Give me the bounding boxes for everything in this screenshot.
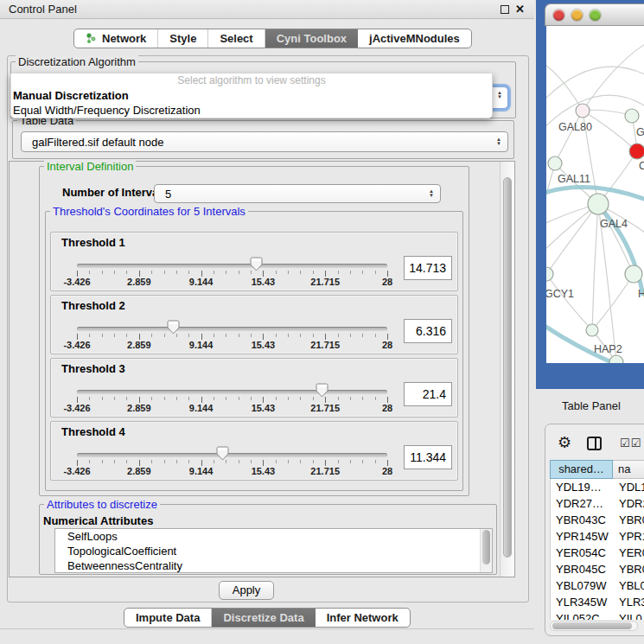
zoom-traffic-light[interactable] (590, 10, 601, 21)
cell-name: YBL0 (614, 577, 644, 594)
slider-tick (350, 334, 351, 337)
tab-infer-network[interactable]: Infer Network (316, 609, 410, 627)
close-traffic-light[interactable] (553, 10, 564, 21)
table-row[interactable]: YLR345WYLR3 (551, 594, 644, 610)
network-edge[interactable] (555, 111, 583, 163)
cell-shared-name: YBR045C (551, 561, 614, 577)
checkbox-icons[interactable]: ☑☑ (620, 437, 641, 450)
slider-tick-label: 9.144 (175, 340, 227, 350)
slider-track[interactable] (77, 453, 387, 457)
float-window-icon[interactable] (501, 5, 509, 14)
minimize-traffic-light[interactable] (571, 10, 583, 21)
cell-shared-name: YBR043C (551, 512, 614, 528)
column-view-icon[interactable] (587, 437, 602, 450)
network-node[interactable] (548, 156, 562, 170)
thresholds-title: Threshold's Coordinates for 5 Intervals (50, 205, 248, 218)
panel-title: Control Panel (9, 0, 77, 18)
threshold-panel: Threshold 1-3.4262.8599.14415.4321.71528… (50, 232, 458, 291)
table-row[interactable]: YER054CYER0 (551, 545, 644, 561)
slider-thumb[interactable] (167, 320, 180, 335)
number-of-intervals-combobox[interactable]: 5 ▲ ▼ (154, 184, 441, 203)
network-node[interactable] (625, 265, 642, 283)
column-header-shared-name[interactable]: shared… (550, 460, 613, 479)
slider-tick (300, 271, 301, 274)
table-row[interactable]: YBR045CYBR0 (551, 561, 644, 577)
threshold-value-field[interactable]: 14.713 (404, 256, 452, 280)
slider-tick-label: 9.144 (175, 466, 227, 476)
tab-impute-data[interactable]: Impute Data (124, 609, 212, 627)
network-node[interactable] (629, 143, 644, 159)
network-node[interactable] (588, 194, 609, 214)
tab-cyni-toolbox[interactable]: Cyni Toolbox (265, 29, 358, 48)
cell-name: YDR2 (614, 495, 644, 512)
slider-tick (362, 271, 363, 274)
network-node[interactable] (609, 355, 623, 363)
slider-tick (114, 334, 115, 337)
table-row[interactable]: YBR043CYBR0 (551, 512, 644, 528)
network-node[interactable] (625, 109, 639, 123)
apply-button[interactable]: Apply (219, 581, 274, 600)
slider-tick (338, 271, 339, 274)
slider-tick (263, 460, 264, 466)
threshold-panel: Threshold 3-3.4262.8599.14415.4321.71528… (50, 358, 458, 418)
attribute-list-item[interactable]: BetweennessCentrality (55, 558, 492, 573)
tab-style[interactable]: Style (158, 29, 208, 48)
network-node-label: HAP2 (594, 343, 622, 355)
network-edge[interactable] (546, 274, 592, 330)
slider-tick (325, 460, 326, 466)
network-node[interactable] (586, 324, 598, 336)
slider-tick (164, 397, 165, 400)
tab-jactivemnodules[interactable]: jActiveMNodules (358, 29, 471, 48)
slider-thumb[interactable] (316, 383, 328, 398)
main-scrollbar[interactable] (500, 162, 514, 577)
threshold-value-field[interactable]: 21.4 (404, 382, 452, 406)
attribute-list-item[interactable]: TopologicalCoefficient (55, 544, 492, 558)
slider-tick (226, 271, 226, 274)
cell-name: YDL1 (614, 479, 644, 495)
table-hscrollbar[interactable] (550, 621, 638, 631)
threshold-value-field[interactable]: 6.316 (404, 319, 452, 343)
dropdown-option-manual[interactable]: Manual Discretization (11, 88, 492, 103)
network-canvas[interactable]: GAL80GACGAL11GAL4GCY1HHAP2 (546, 26, 644, 363)
table-row[interactable]: YIL052CYIL0 (551, 610, 644, 620)
attribute-list-item[interactable]: SelfLoops (55, 529, 492, 544)
close-icon[interactable]: ✕ (515, 1, 525, 18)
network-edge[interactable] (592, 274, 634, 330)
slider-tick (375, 460, 376, 463)
slider-tick (375, 271, 376, 274)
slider-tick (251, 334, 252, 337)
table-panel-titlebar: Table Panel (536, 393, 644, 421)
slider-tick (387, 271, 388, 277)
attributes-scrollbar[interactable] (480, 529, 492, 572)
slider-tick (89, 397, 90, 400)
table-data-combobox[interactable]: galFiltered.sif default node ▲ ▼ (21, 131, 508, 152)
slider-tick (176, 271, 177, 274)
slider-thumb[interactable] (216, 446, 229, 461)
network-node[interactable] (546, 267, 553, 281)
network-node[interactable] (576, 104, 590, 118)
slider-track[interactable] (77, 264, 387, 268)
table-row[interactable]: YPR145WYPR1 (551, 528, 644, 545)
numerical-attributes-list[interactable]: SelfLoopsTopologicalCoefficientBetweenne… (54, 528, 493, 573)
slider-tick (126, 271, 127, 274)
tab-network[interactable]: Network (74, 29, 158, 48)
network-edge[interactable] (592, 204, 598, 330)
slider-tick (77, 397, 78, 403)
table-row[interactable]: YBL079WYBL0 (551, 577, 644, 594)
network-node-label: GA (636, 126, 644, 138)
network-edge[interactable] (546, 204, 598, 274)
column-header-name[interactable]: na (613, 460, 644, 479)
cell-shared-name: YER054C (551, 545, 614, 561)
threshold-value-field[interactable]: 11.344 (404, 445, 452, 469)
slider-track[interactable] (77, 327, 387, 331)
tab-select[interactable]: Select (208, 29, 265, 48)
slider-tick (188, 334, 189, 337)
dropdown-option-equalwidth[interactable]: Equal Width/Frequency Discretization (11, 103, 492, 118)
tab-discretize-data[interactable]: Discretize Data (212, 609, 315, 627)
table-row[interactable]: YDL19…YDL1 (551, 479, 644, 495)
slider-tick-label: -3.426 (51, 340, 103, 350)
table-row[interactable]: YDR27…YDR2 (551, 495, 644, 512)
slider-thumb[interactable] (250, 257, 263, 271)
gear-icon[interactable]: ⚙ (558, 434, 571, 451)
slider-track[interactable] (77, 390, 387, 394)
